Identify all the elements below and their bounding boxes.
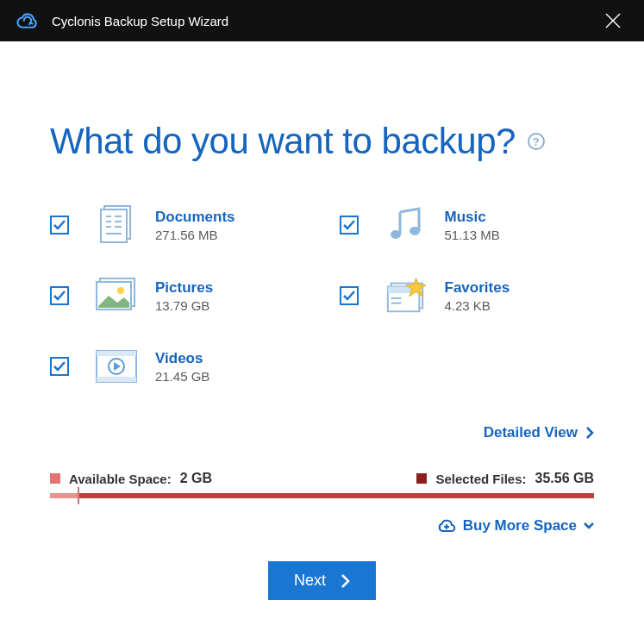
help-icon[interactable]: ? bbox=[528, 133, 545, 150]
checkbox-music[interactable] bbox=[340, 216, 359, 234]
available-space-value: 2 GB bbox=[180, 471, 212, 486]
category-size: 21.45 GB bbox=[155, 369, 209, 384]
svg-point-12 bbox=[410, 227, 420, 235]
category-title: Pictures bbox=[155, 279, 213, 297]
page-title: What do you want to backup? bbox=[50, 121, 516, 162]
available-swatch-icon bbox=[50, 473, 60, 484]
next-button[interactable]: Next bbox=[268, 561, 376, 600]
space-legend: Available Space: 2 GB Selected Files: 35… bbox=[50, 471, 594, 486]
category-size: 271.56 MB bbox=[155, 228, 235, 242]
space-bar bbox=[50, 493, 594, 498]
buy-more-space-link[interactable]: Buy More Space bbox=[437, 517, 594, 535]
chevron-down-icon bbox=[584, 522, 594, 529]
svg-rect-23 bbox=[97, 377, 136, 382]
videos-icon bbox=[95, 345, 138, 388]
category-item-documents: Documents 271.56 MB bbox=[50, 203, 305, 247]
buy-more-space-label: Buy More Space bbox=[463, 517, 577, 535]
category-title: Documents bbox=[155, 209, 235, 226]
music-icon bbox=[385, 203, 428, 247]
titlebar: Cyclonis Backup Setup Wizard bbox=[0, 0, 644, 41]
detailed-view-link[interactable]: Detailed View bbox=[484, 424, 594, 441]
svg-point-11 bbox=[391, 230, 401, 239]
check-icon bbox=[343, 291, 355, 301]
checkbox-pictures[interactable] bbox=[50, 286, 69, 305]
selected-files-value: 35.56 GB bbox=[535, 471, 594, 486]
cloud-plus-icon bbox=[437, 518, 456, 534]
category-title: Favorites bbox=[445, 279, 510, 297]
app-logo-icon bbox=[16, 9, 40, 33]
svg-rect-3 bbox=[101, 209, 127, 242]
chevron-right-icon bbox=[586, 427, 594, 439]
check-icon bbox=[343, 220, 355, 230]
check-icon bbox=[53, 220, 66, 230]
category-item-pictures: Pictures 13.79 GB bbox=[50, 274, 305, 317]
category-title: Videos bbox=[155, 350, 209, 367]
category-item-favorites: Favorites 4.23 KB bbox=[340, 274, 595, 317]
category-title: Music bbox=[445, 209, 500, 226]
selected-files-label: Selected Files: bbox=[435, 472, 526, 486]
category-size: 51.13 MB bbox=[445, 228, 500, 242]
chevron-right-icon bbox=[341, 574, 350, 588]
next-button-label: Next bbox=[294, 572, 326, 590]
close-button[interactable] bbox=[597, 5, 628, 36]
pictures-icon bbox=[95, 274, 138, 317]
svg-rect-22 bbox=[97, 351, 136, 356]
category-size: 13.79 GB bbox=[155, 298, 213, 313]
category-item-videos: Videos 21.45 GB bbox=[50, 345, 305, 388]
available-space-label: Available Space: bbox=[69, 472, 172, 486]
close-icon bbox=[605, 13, 621, 28]
category-grid: Documents 271.56 MB Music 51.13 MB bbox=[50, 203, 594, 388]
checkbox-documents[interactable] bbox=[50, 216, 69, 234]
detailed-view-label: Detailed View bbox=[484, 424, 578, 441]
documents-icon bbox=[95, 203, 138, 247]
check-icon bbox=[53, 291, 66, 301]
category-size: 4.23 KB bbox=[445, 298, 510, 313]
selected-swatch-icon bbox=[416, 473, 427, 484]
category-item-music: Music 51.13 MB bbox=[340, 203, 595, 247]
checkbox-videos[interactable] bbox=[50, 357, 69, 376]
check-icon bbox=[53, 361, 66, 372]
svg-point-15 bbox=[117, 287, 124, 294]
checkbox-favorites[interactable] bbox=[340, 286, 359, 305]
window-title: Cyclonis Backup Setup Wizard bbox=[52, 14, 597, 28]
favorites-icon bbox=[385, 274, 428, 317]
